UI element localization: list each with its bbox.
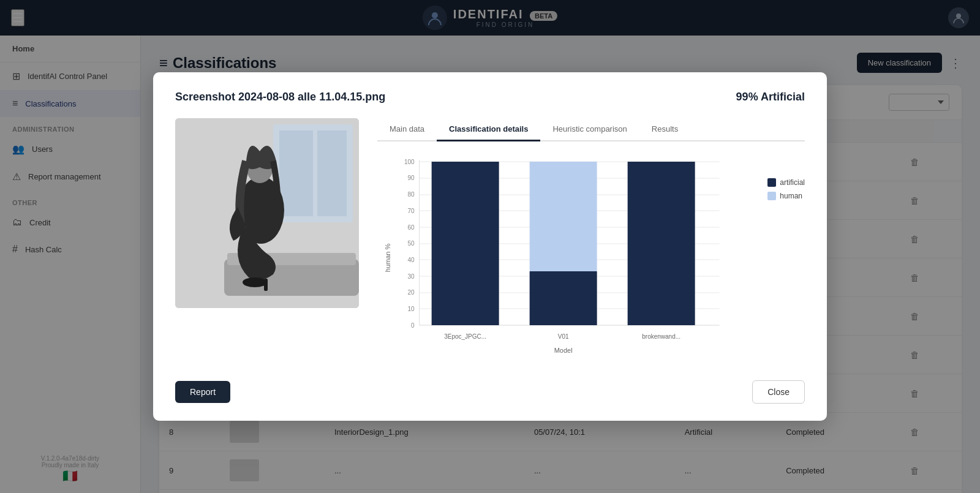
modal-image-container	[175, 118, 359, 364]
tab-results[interactable]: Results	[639, 118, 690, 141]
report-button[interactable]: Report	[175, 381, 230, 403]
bar-1-artificial	[432, 162, 499, 325]
svg-text:80: 80	[408, 191, 415, 198]
svg-text:70: 70	[408, 208, 415, 214]
svg-text:brokenwand...: brokenwand...	[642, 333, 680, 340]
svg-text:Model: Model	[554, 347, 573, 354]
bar-2-human	[530, 162, 597, 271]
chart-legend: artificial human	[767, 154, 805, 200]
modal-overlay[interactable]: Screenshot 2024-08-08 alle 11.04.15.png …	[0, 0, 980, 493]
svg-text:0: 0	[411, 322, 415, 329]
modal-body: Main data Classification details Heurist…	[175, 118, 805, 364]
legend-label-human: human	[780, 192, 802, 200]
svg-text:3Epoc_JPGC...: 3Epoc_JPGC...	[444, 333, 486, 340]
modal-tabs: Main data Classification details Heurist…	[377, 118, 805, 141]
legend-artificial: artificial	[767, 178, 805, 187]
classification-modal: Screenshot 2024-08-08 alle 11.04.15.png …	[153, 72, 827, 421]
bar-3-artificial	[628, 162, 695, 325]
chart-wrapper: human %	[377, 154, 805, 364]
tab-heuristic-comparison[interactable]: Heuristic comparison	[540, 118, 639, 141]
modal-result: 99% Artificial	[736, 91, 805, 103]
svg-rect-12	[264, 279, 268, 291]
svg-text:V01: V01	[558, 333, 569, 340]
modal-filename: Screenshot 2024-08-08 alle 11.04.15.png	[175, 91, 385, 103]
svg-point-11	[243, 277, 267, 287]
legend-color-artificial	[767, 178, 776, 187]
svg-text:50: 50	[408, 240, 415, 247]
svg-text:60: 60	[408, 224, 415, 231]
legend-color-human	[767, 192, 776, 200]
tab-main-data[interactable]: Main data	[377, 118, 437, 141]
svg-rect-6	[317, 130, 347, 216]
svg-text:20: 20	[408, 289, 415, 296]
svg-text:100: 100	[404, 159, 415, 165]
svg-text:90: 90	[408, 175, 415, 181]
bar-chart: human %	[377, 154, 755, 362]
tab-classification-details[interactable]: Classification details	[437, 118, 540, 141]
svg-rect-5	[279, 130, 313, 216]
svg-text:human %: human %	[384, 244, 391, 273]
svg-text:30: 30	[408, 273, 415, 280]
close-button[interactable]: Close	[752, 380, 805, 404]
svg-text:10: 10	[408, 306, 415, 312]
legend-human: human	[767, 192, 805, 200]
modal-header: Screenshot 2024-08-08 alle 11.04.15.png …	[175, 91, 805, 103]
legend-label-artificial: artificial	[780, 178, 805, 187]
modal-chart-area: Main data Classification details Heurist…	[377, 118, 805, 364]
classification-image	[175, 118, 359, 308]
svg-text:40: 40	[408, 257, 415, 263]
bar-2-artificial	[530, 271, 597, 325]
chart-svg-area: human %	[377, 154, 755, 364]
modal-footer: Report Close	[175, 380, 805, 404]
